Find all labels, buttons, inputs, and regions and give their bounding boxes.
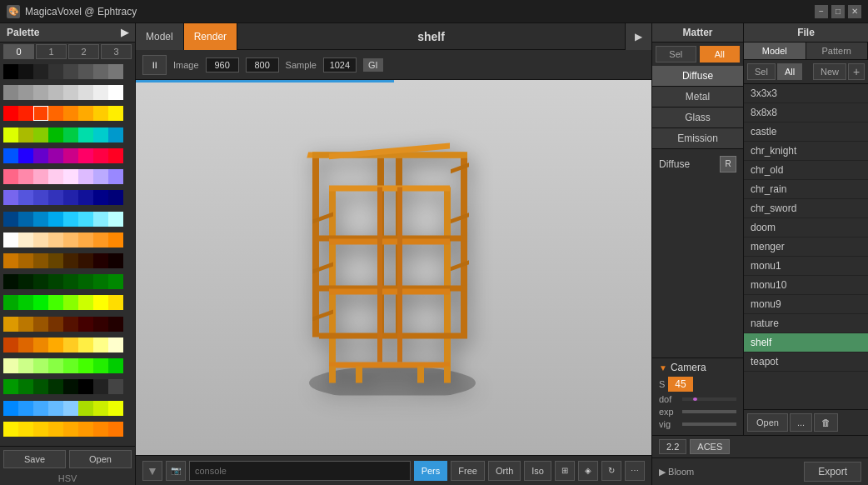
- color-cell[interactable]: [108, 190, 123, 205]
- color-cell[interactable]: [33, 190, 48, 205]
- color-cell[interactable]: [63, 85, 78, 100]
- free-button[interactable]: Free: [451, 461, 485, 481]
- palette-open-button[interactable]: Open: [69, 450, 132, 468]
- color-cell[interactable]: [33, 64, 48, 79]
- console-input[interactable]: [189, 461, 411, 481]
- color-cell[interactable]: [93, 128, 108, 142]
- orth-button[interactable]: Orth: [488, 461, 521, 481]
- iso-button[interactable]: Iso: [524, 461, 551, 481]
- color-cell[interactable]: [33, 401, 48, 416]
- color-cell[interactable]: [93, 232, 108, 248]
- color-cell[interactable]: [63, 338, 78, 352]
- color-cell[interactable]: [3, 358, 18, 373]
- color-cell[interactable]: [33, 85, 48, 100]
- file-all-button[interactable]: All: [777, 63, 802, 80]
- color-cell[interactable]: [63, 274, 78, 289]
- render-height[interactable]: 800: [246, 58, 279, 72]
- matter-all-button[interactable]: All: [700, 46, 741, 62]
- color-cell[interactable]: [3, 379, 18, 394]
- gi-badge[interactable]: GI: [363, 58, 383, 72]
- color-cell[interactable]: [78, 190, 93, 205]
- list-item[interactable]: monu1: [744, 257, 868, 276]
- viewport[interactable]: [136, 80, 651, 455]
- color-cell[interactable]: [3, 338, 18, 352]
- color-cell[interactable]: [108, 338, 123, 352]
- color-cell[interactable]: [108, 128, 123, 142]
- color-cell[interactable]: [78, 274, 93, 289]
- color-cell[interactable]: [18, 338, 33, 352]
- color-cell[interactable]: [3, 85, 18, 100]
- 3d-icon[interactable]: ◈: [578, 461, 598, 481]
- color-cell[interactable]: [108, 317, 123, 332]
- color-cell[interactable]: [78, 401, 93, 416]
- palette-tab-0[interactable]: 0: [3, 44, 34, 59]
- color-cell[interactable]: [63, 422, 78, 437]
- color-cell[interactable]: [3, 212, 18, 227]
- color-cell[interactable]: [78, 295, 93, 310]
- color-cell[interactable]: [108, 64, 123, 79]
- bloom-label[interactable]: ▶ Bloom: [659, 467, 694, 478]
- color-cell[interactable]: [18, 128, 33, 142]
- color-cell[interactable]: [3, 232, 18, 248]
- color-cell[interactable]: [3, 128, 18, 142]
- file-tab-pattern[interactable]: Pattern: [806, 42, 869, 59]
- palette-tab-1[interactable]: 1: [36, 44, 67, 59]
- color-cell[interactable]: [3, 253, 18, 268]
- color-cell[interactable]: [108, 106, 123, 121]
- pers-button[interactable]: Pers: [414, 461, 448, 481]
- color-cell[interactable]: [18, 358, 33, 373]
- color-cell[interactable]: [93, 190, 108, 205]
- color-cell[interactable]: [33, 358, 48, 373]
- color-cell[interactable]: [18, 401, 33, 416]
- color-cell[interactable]: [108, 232, 123, 248]
- sample-value[interactable]: 1024: [323, 58, 357, 72]
- color-cell[interactable]: [93, 338, 108, 352]
- color-cell[interactable]: [78, 148, 93, 163]
- color-cell[interactable]: [33, 128, 48, 142]
- list-item[interactable]: chr_old: [744, 161, 868, 180]
- color-cell[interactable]: [33, 148, 48, 163]
- color-cell[interactable]: [93, 401, 108, 416]
- color-cell[interactable]: [78, 106, 93, 121]
- color-cell[interactable]: [63, 295, 78, 310]
- emission-button[interactable]: Emission: [652, 128, 743, 149]
- color-cell[interactable]: [48, 106, 63, 121]
- color-cell[interactable]: [108, 253, 123, 268]
- list-item[interactable]: chr_knight: [744, 142, 868, 161]
- color-cell[interactable]: [108, 148, 123, 163]
- list-item[interactable]: teapot: [744, 352, 868, 372]
- color-cell[interactable]: [63, 169, 78, 184]
- maximize-button[interactable]: □: [831, 5, 845, 18]
- glass-button[interactable]: Glass: [652, 108, 743, 128]
- color-cell[interactable]: [33, 169, 48, 184]
- color-cell[interactable]: [93, 85, 108, 100]
- color-cell[interactable]: [78, 422, 93, 437]
- color-cell[interactable]: [18, 379, 33, 394]
- aces-button[interactable]: ACES: [690, 439, 730, 454]
- color-cell[interactable]: [18, 295, 33, 310]
- color-cell[interactable]: [93, 64, 108, 79]
- color-cell[interactable]: [33, 295, 48, 310]
- color-cell[interactable]: [78, 317, 93, 332]
- color-cell[interactable]: [63, 64, 78, 79]
- color-cell[interactable]: [78, 338, 93, 352]
- color-cell[interactable]: [63, 358, 78, 373]
- cam-exp-slider[interactable]: [682, 410, 736, 413]
- right-value[interactable]: 2.2: [659, 439, 686, 454]
- color-cell[interactable]: [3, 148, 18, 163]
- color-cell[interactable]: [3, 106, 18, 121]
- list-item[interactable]: chr_rain: [744, 180, 868, 199]
- color-cell[interactable]: [78, 64, 93, 79]
- grid-icon[interactable]: ⊞: [555, 461, 575, 481]
- color-cell[interactable]: [48, 358, 63, 373]
- color-cell[interactable]: [63, 317, 78, 332]
- color-cell[interactable]: [78, 85, 93, 100]
- color-cell[interactable]: [48, 253, 63, 268]
- list-item[interactable]: castle: [744, 122, 868, 142]
- color-cell[interactable]: [48, 232, 63, 248]
- list-item[interactable]: chr_sword: [744, 199, 868, 218]
- list-item[interactable]: doom: [744, 218, 868, 238]
- color-cell[interactable]: [48, 295, 63, 310]
- diffuse-r-button[interactable]: R: [720, 156, 736, 172]
- list-item[interactable]: menger: [744, 238, 868, 257]
